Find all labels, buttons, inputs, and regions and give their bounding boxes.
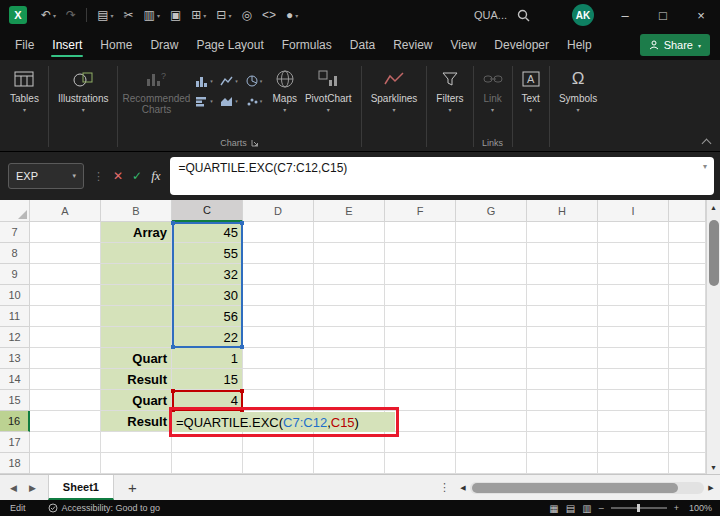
cell-G7[interactable] [456,222,527,243]
cell-F16[interactable] [385,411,456,432]
column-header-G[interactable]: G [456,200,527,222]
bar-chart-button[interactable]: ▾ [191,91,216,111]
cell-A11[interactable] [30,306,101,327]
cell-partial-15[interactable] [669,390,706,411]
row-header-16[interactable]: 16 [0,411,30,432]
cut-button[interactable]: ✂ [119,4,139,26]
cell-partial-9[interactable] [669,264,706,285]
cell-A12[interactable] [30,327,101,348]
cell-B17[interactable] [101,432,172,453]
cell-I7[interactable] [598,222,669,243]
column-chart-button[interactable]: ▾ [191,71,216,91]
vertical-scroll-thumb[interactable] [709,220,719,286]
camera-button[interactable]: ◎ [236,4,256,26]
column-header-H[interactable]: H [527,200,598,222]
cell-F13[interactable] [385,348,456,369]
pie-chart-button[interactable]: ▾ [241,71,266,91]
insert-function-button[interactable]: fx [151,168,160,184]
cell-A18[interactable] [30,453,101,474]
cell-H8[interactable] [527,243,598,264]
link-button[interactable]: Link ▾ [479,64,507,113]
cell-C17[interactable] [172,432,243,453]
cell-F12[interactable] [385,327,456,348]
cell-I16[interactable] [598,411,669,432]
row-header-14[interactable]: 14 [0,369,30,390]
cell-B18[interactable] [101,453,172,474]
row-header-17[interactable]: 17 [0,432,30,453]
cell-E14[interactable] [314,369,385,390]
cell-B7[interactable]: Array [101,222,172,243]
cell-I12[interactable] [598,327,669,348]
cell-G10[interactable] [456,285,527,306]
column-header-I[interactable]: I [598,200,669,222]
formula-bar-handle-icon[interactable]: ⋮ [93,170,104,183]
cell-C13[interactable]: 1 [172,348,243,369]
cell-F7[interactable] [385,222,456,243]
scroll-left-icon[interactable]: ◀ [456,484,470,492]
cell-C10[interactable]: 30 [172,285,243,306]
maximize-button[interactable]: □ [644,0,682,30]
cell-E18[interactable] [314,453,385,474]
confirm-entry-button[interactable]: ✓ [132,169,142,183]
prev-sheet-icon[interactable]: ◀ [10,483,17,493]
cell-H9[interactable] [527,264,598,285]
name-box[interactable]: EXP ▾ [8,163,84,189]
tables-button[interactable]: Tables ▾ [6,64,43,113]
filters-button[interactable]: Filters ▾ [432,64,467,113]
cell-I8[interactable] [598,243,669,264]
cell-edit-overlay[interactable]: =QUARTILE.EXC(C7:C12,C15) [173,412,395,432]
menu-tab-data[interactable]: Data [341,30,384,60]
zoom-level[interactable]: 100% [686,503,712,513]
cell-G8[interactable] [456,243,527,264]
cell-H16[interactable] [527,411,598,432]
select-all-corner[interactable] [0,200,30,222]
cell-H17[interactable] [527,432,598,453]
zoom-in-button[interactable]: + [674,503,679,513]
cell-A13[interactable] [30,348,101,369]
expand-formula-bar-icon[interactable]: ▾ [703,162,707,171]
dialog-launcher-icon[interactable] [251,139,259,147]
borders-button[interactable]: ⊟▾ [211,4,236,26]
zoom-slider-thumb[interactable] [637,504,640,512]
cell-B9[interactable] [101,264,172,285]
next-sheet-icon[interactable]: ▶ [29,483,36,493]
cell-G14[interactable] [456,369,527,390]
cell-E7[interactable] [314,222,385,243]
cell-G13[interactable] [456,348,527,369]
cell-I17[interactable] [598,432,669,453]
collapse-ribbon-chevron-icon[interactable] [702,138,710,146]
cell-E13[interactable] [314,348,385,369]
cell-E8[interactable] [314,243,385,264]
recommended-charts-button[interactable]: ? Recommended Charts [123,64,189,115]
cell-partial-18[interactable] [669,453,706,474]
column-header-D[interactable]: D [243,200,314,222]
cell-I15[interactable] [598,390,669,411]
row-header-7[interactable]: 7 [0,222,30,243]
cell-H10[interactable] [527,285,598,306]
cell-I13[interactable] [598,348,669,369]
page-break-view-icon[interactable]: ▥ [582,503,591,514]
tab-bar-more-icon[interactable]: ⋮ [433,481,456,494]
cell-D10[interactable] [243,285,314,306]
search-area[interactable]: QUA... [474,0,530,30]
normal-view-icon[interactable]: ▦ [549,503,558,514]
cell-H7[interactable] [527,222,598,243]
cell-B15[interactable]: Quart [101,390,172,411]
record-macro-button[interactable]: ●▾ [281,4,303,26]
cell-partial-7[interactable] [669,222,706,243]
avatar[interactable]: AK [572,4,594,26]
cell-D8[interactable] [243,243,314,264]
scatter-chart-button[interactable]: ▾ [241,91,266,111]
horizontal-scroll-thumb[interactable] [472,483,678,493]
line-chart-button[interactable]: ▾ [216,71,241,91]
horizontal-scrollbar[interactable]: ◀ ▶ [456,475,718,500]
column-header-F[interactable]: F [385,200,456,222]
cell-E15[interactable] [314,390,385,411]
column-header-E[interactable]: E [314,200,385,222]
cell-F8[interactable] [385,243,456,264]
row-header-13[interactable]: 13 [0,348,30,369]
cell-F14[interactable] [385,369,456,390]
cell-D18[interactable] [243,453,314,474]
maps-button[interactable]: Maps ▾ [268,64,300,113]
cell-F11[interactable] [385,306,456,327]
